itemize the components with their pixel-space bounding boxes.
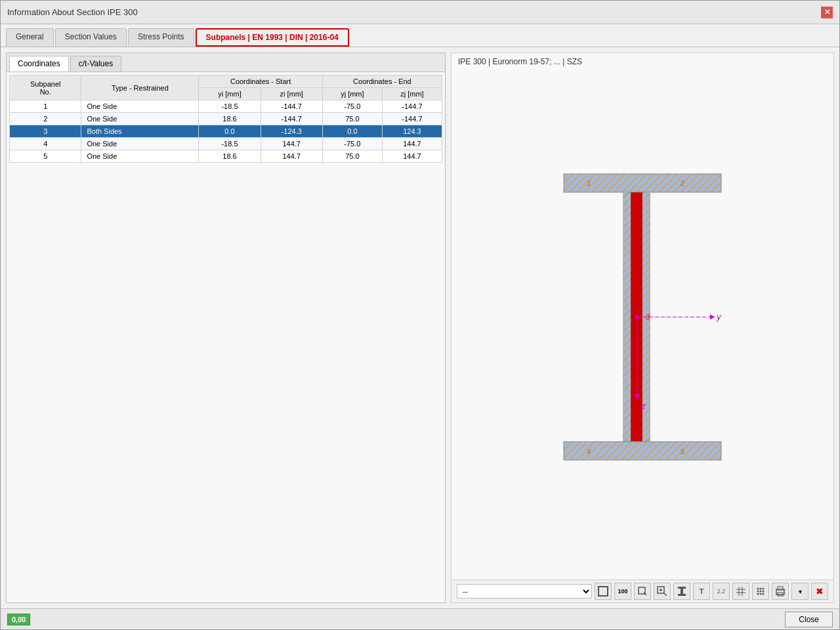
tab-section-values[interactable]: Section Values (55, 28, 127, 47)
table-cell: 75.0 (322, 113, 382, 125)
toolbar-btn-print[interactable] (772, 583, 789, 600)
table-cell: -18.5 (199, 138, 261, 150)
toolbar-btn-frame[interactable] (595, 583, 612, 600)
svg-point-41 (760, 593, 762, 595)
table-cell: 4 (10, 138, 81, 150)
ipe-drawing: 1 2 3 4 5 y z (531, 141, 754, 509)
status-value: 0,00 (7, 614, 30, 625)
table-cell: One Side (81, 100, 199, 113)
svg-point-42 (763, 593, 765, 595)
col-header-yj: yj [mm] (322, 88, 382, 100)
table-cell: -144.7 (382, 113, 442, 125)
table-cell: -144.7 (261, 113, 322, 125)
table-row[interactable]: 3Both Sides0.0-124.30.0124.3 (10, 125, 442, 138)
svg-rect-20 (598, 587, 608, 596)
subpanels-table: SubpanelNo. Type - Restrained Coordinate… (9, 75, 442, 163)
table-cell: 144.7 (382, 150, 442, 163)
svg-text:5: 5 (681, 448, 685, 455)
inner-tabs: Coordinates c/t-Values (7, 53, 445, 72)
table-cell: 5 (10, 150, 81, 163)
table-cell: 18.6 (199, 150, 261, 163)
table-cell: 0.0 (199, 125, 261, 138)
table-container: SubpanelNo. Type - Restrained Coordinate… (7, 72, 445, 602)
table-row[interactable]: 4One Side-18.5144.7-75.0144.7 (10, 138, 442, 150)
table-cell: 1 (10, 100, 81, 113)
dialog-title: Information About Section IPE 300 (7, 7, 138, 17)
svg-point-37 (757, 591, 759, 593)
main-tabs: General Section Values Stress Points Sub… (1, 24, 839, 47)
svg-rect-29 (678, 594, 686, 596)
table-cell: 18.6 (199, 113, 261, 125)
table-cell: 144.7 (261, 138, 322, 150)
view-dropdown[interactable]: -- (457, 584, 592, 598)
svg-marker-14 (710, 314, 715, 320)
table-cell: 0.0 (322, 125, 382, 138)
tab-stress-points[interactable]: Stress Points (128, 28, 194, 47)
table-cell: -75.0 (322, 138, 382, 150)
toolbar-btn-100[interactable]: 100 (614, 583, 631, 600)
tab-general[interactable]: General (6, 28, 54, 47)
toolbar-btn-grid[interactable] (732, 583, 749, 600)
table-cell: 144.7 (382, 138, 442, 150)
table-row[interactable]: 5One Side18.6144.775.0144.7 (10, 150, 442, 163)
table-cell: 3 (10, 125, 81, 138)
table-cell: One Side (81, 138, 199, 150)
table-cell: -18.5 (199, 100, 261, 113)
title-close-button[interactable]: ✕ (821, 7, 833, 18)
svg-text:y: y (716, 312, 722, 322)
col-header-type: Type - Restrained (81, 75, 199, 100)
toolbar-btn-zoom-in[interactable] (654, 583, 671, 600)
table-cell: One Side (81, 113, 199, 125)
inner-tab-coordinates[interactable]: Coordinates (9, 56, 69, 72)
content-area: Coordinates c/t-Values SubpanelNo. Type … (1, 47, 839, 608)
svg-text:1: 1 (587, 179, 591, 187)
svg-rect-27 (678, 587, 686, 589)
svg-point-36 (763, 588, 765, 590)
tab-subpanels[interactable]: Subpanels | EN 1993 | DIN | 2016-04 (196, 28, 349, 47)
table-cell: 2 (10, 113, 81, 125)
svg-point-40 (757, 593, 759, 595)
table-cell: Both Sides (81, 125, 199, 138)
col-header-coord-end: Coordinates - End (322, 75, 442, 88)
drawing-toolbar: -- 100 T (452, 579, 833, 602)
table-row[interactable]: 2One Side18.6-144.775.0-144.7 (10, 113, 442, 125)
close-dialog-button[interactable]: Close (785, 612, 833, 627)
toolbar-btn-zoom-area[interactable] (634, 583, 651, 600)
inner-tab-ct-values[interactable]: c/t-Values (70, 56, 121, 72)
toolbar-btn-numbers[interactable]: 2.2 (713, 583, 730, 600)
svg-point-39 (763, 591, 765, 593)
col-header-zi: zi [mm] (261, 88, 322, 100)
svg-line-24 (664, 593, 667, 596)
table-cell: -144.7 (261, 100, 322, 113)
col-header-coord-start: Coordinates - Start (199, 75, 322, 88)
table-row[interactable]: 1One Side-18.5-144.7-75.0-144.7 (10, 100, 442, 113)
main-dialog: Information About Section IPE 300 ✕ Gene… (0, 0, 840, 630)
svg-text:z: z (640, 401, 646, 411)
toolbar-btn-dots[interactable] (752, 583, 769, 600)
title-bar: Information About Section IPE 300 ✕ (1, 1, 839, 24)
table-cell: 124.3 (382, 125, 442, 138)
left-panel: Coordinates c/t-Values SubpanelNo. Type … (6, 52, 446, 603)
status-bar: 0,00 Close (1, 608, 839, 629)
col-header-zj: zj [mm] (382, 88, 442, 100)
table-cell: -144.7 (382, 100, 442, 113)
table-cell: 75.0 (322, 150, 382, 163)
drawing-area: 1 2 3 4 5 y z (452, 70, 833, 579)
toolbar-btn-refresh[interactable]: ✖ (811, 583, 828, 600)
svg-rect-28 (681, 589, 683, 594)
svg-rect-5 (623, 192, 631, 442)
svg-point-34 (757, 588, 759, 590)
toolbar-btn-print-dropdown[interactable]: ▾ (791, 583, 808, 600)
toolbar-btn-text[interactable]: T (693, 583, 710, 600)
col-header-yi: yi [mm] (199, 88, 261, 100)
section-info-label: IPE 300 | Euronorm 19-57; ... | SZS (452, 53, 833, 70)
svg-text:2: 2 (680, 179, 684, 187)
svg-point-19 (635, 315, 639, 319)
right-panel: IPE 300 | Euronorm 19-57; ... | SZS (451, 52, 834, 603)
svg-point-35 (760, 588, 762, 590)
toolbar-btn-i-section[interactable] (673, 583, 690, 600)
svg-text:4: 4 (587, 448, 591, 455)
table-cell: -75.0 (322, 100, 382, 113)
col-header-no: SubpanelNo. (10, 75, 81, 100)
svg-point-38 (760, 591, 762, 593)
